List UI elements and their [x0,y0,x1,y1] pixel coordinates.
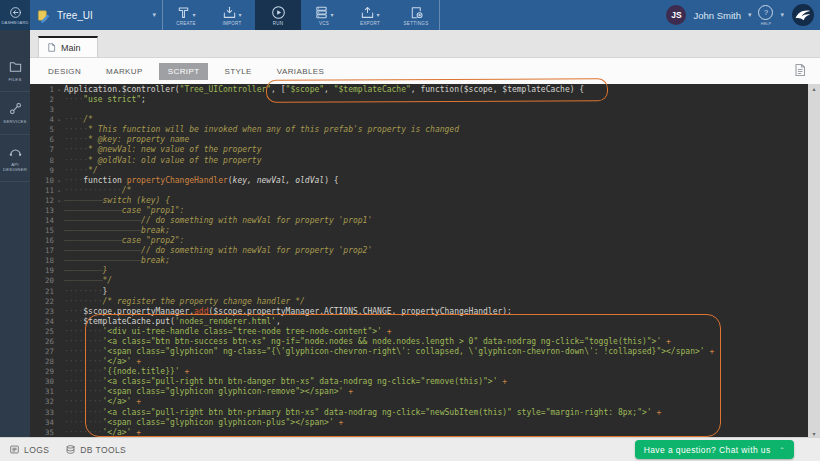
fold-gutter [54,287,64,297]
code-line[interactable]: 15────────────────break; [30,226,808,236]
logs-button[interactable]: LOGS [9,444,49,455]
sidebar-item-files[interactable]: FILES [0,50,30,92]
code-text: ········'<span class="glyphicon glyphico… [64,418,808,428]
script-editor[interactable]: 1-Application.$controller("Tree_UIContro… [30,84,820,438]
line-number: 8 [30,156,54,166]
project-selector[interactable]: Tree_UI ▾ [30,0,162,30]
code-line[interactable]: 31········'<span class="glyphicon glyphi… [30,387,808,397]
code-line[interactable]: 32········'</a>' + [30,397,808,407]
line-number: 23 [30,307,54,317]
code-line[interactable]: 28········'</a>' + [30,357,808,367]
code-line[interactable]: 29········'{{node.title}}' + [30,367,808,377]
code-text: ········'<span class="glyphicon" ng-clas… [64,347,808,357]
editor-scrollbar[interactable]: ▴ ▾ [808,84,820,438]
help-button[interactable]: ? HELP [758,5,773,26]
code-line[interactable]: 5·····* This function will be invoked wh… [30,125,808,135]
code-line[interactable]: 4-····/* [30,115,808,125]
fold-gutter [54,216,64,226]
code-line[interactable]: 24····$templateCache.put('nodes_renderer… [30,317,808,327]
project-icon [36,8,51,23]
line-number: 15 [30,226,54,236]
code-line[interactable]: 13────────────case "prop1": [30,206,808,216]
caret-down-icon[interactable]: ▾ [330,11,333,18]
code-line[interactable]: 9·····*/ [30,166,808,176]
code-line[interactable]: 33········'<a class="pull-right btn btn-… [30,408,808,418]
code-line[interactable]: 27········'<span class="glyphicon" ng-cl… [30,347,808,357]
code-line[interactable]: 14────────────────// do something with n… [30,216,808,226]
caret-down-icon[interactable]: ▾ [238,11,241,18]
code-line[interactable]: 18────────────────break; [30,256,808,266]
code-line[interactable]: 20────────*/ [30,276,808,286]
code-line[interactable]: 19────────} [30,266,808,276]
topbar-import-button[interactable]: ▾IMPORT [209,0,255,30]
code-line[interactable]: 23····$scope.propertyManager.add($scope.… [30,307,808,317]
code-line[interactable]: 34········'<span class="glyphicon glyphi… [30,418,808,428]
code-line[interactable]: 8·····* @oldVal: old value of the proper… [30,156,808,166]
code-line[interactable]: 12-────────switch (key) { [30,196,808,206]
line-number: 26 [30,337,54,347]
line-number: 27 [30,347,54,357]
caret-down-icon[interactable]: ▾ [376,11,379,18]
sidebar-item-api-designer[interactable]: API DESIGNER [0,135,30,183]
topbar-settings-button[interactable]: SETTINGS [393,0,439,30]
page-tab-bar: Main [30,30,820,58]
code-text: ········'<a class="pull-right btn btn-da… [64,377,808,387]
chat-widget-button[interactable]: Have a question? Chat with us ⌃ [635,440,794,459]
scroll-down-icon[interactable]: ▾ [812,430,815,437]
topbar-create-button[interactable]: ▾CREATE [163,0,209,30]
line-number: 4 [30,115,54,125]
topbar-right: JS John Smith ▾ ? HELP ▾ [666,0,820,30]
line-number: 9 [30,166,54,176]
caret-down-icon[interactable]: ▾ [192,11,195,18]
line-number: 24 [30,317,54,327]
code-line[interactable]: 1-Application.$controller("Tree_UIContro… [30,85,808,95]
fold-gutter [54,266,64,276]
code-line[interactable]: 10-····function propertyChangeHandler(ke… [30,176,808,186]
code-line[interactable]: 7·····* @newVal: new value of the proper… [30,145,808,155]
topbar-export-button[interactable]: ▾EXPORT [347,0,393,30]
tab-main-label: Main [61,43,81,53]
fold-marker-icon[interactable]: - [54,115,64,125]
fold-gutter [54,105,64,115]
code-text: ····"use strict"; [64,95,808,105]
line-number: 34 [30,418,54,428]
code-line[interactable]: 2····"use strict"; [30,95,808,105]
subtab-script[interactable]: SCRIPT [159,63,209,80]
code-line[interactable]: 22········/* register the property chang… [30,297,808,307]
file-action-icon[interactable] [792,62,808,78]
code-text: ····/* [64,115,808,125]
code-text: ········'</a>' + [64,357,808,367]
code-line[interactable]: 21········} [30,287,808,297]
fold-marker-icon[interactable]: - [54,186,64,196]
line-number: 25 [30,327,54,337]
topbar-run-button[interactable]: RUN [255,0,301,30]
fold-marker-icon[interactable]: - [54,196,64,206]
code-line[interactable]: 6·····* @key: property name [30,135,808,145]
code-area[interactable]: 1-Application.$controller("Tree_UIContro… [30,84,808,438]
line-number: 14 [30,216,54,226]
dashboard-button[interactable]: DASHBOARD [0,0,30,30]
code-line[interactable]: 16────────────case "prop2": [30,236,808,246]
code-line[interactable]: 3 [30,105,808,115]
code-line[interactable]: 11-············/* [30,186,808,196]
user-avatar[interactable]: JS [666,5,686,25]
subtab-variables[interactable]: VARIABLES [268,63,333,80]
subtab-markup[interactable]: MARKUP [97,63,152,80]
db-tools-button[interactable]: DB TOOLS [65,444,126,455]
code-line[interactable]: 25········'<div ui-tree-handle class="tr… [30,327,808,337]
scroll-up-icon[interactable]: ▴ [812,85,815,92]
user-menu-caret-icon[interactable]: ▾ [748,11,752,19]
sidebar-item-services[interactable]: SERVICES [0,92,30,134]
topbar-vcs-button[interactable]: ▾VCS [301,0,347,30]
fold-gutter [54,327,64,337]
help-caret-icon[interactable]: ▾ [780,11,784,19]
tab-main[interactable]: Main [38,36,98,57]
code-line[interactable]: 17────────────────// do something with n… [30,246,808,256]
subtab-design[interactable]: DESIGN [39,63,90,80]
fold-gutter [54,145,64,155]
fold-marker-icon[interactable]: - [54,85,64,95]
subtab-style[interactable]: STYLE [215,63,260,80]
fold-marker-icon[interactable]: - [54,176,64,186]
code-line[interactable]: 26········'<a class="btn btn-success btn… [30,337,808,347]
code-line[interactable]: 30········'<a class="pull-right btn btn-… [30,377,808,387]
